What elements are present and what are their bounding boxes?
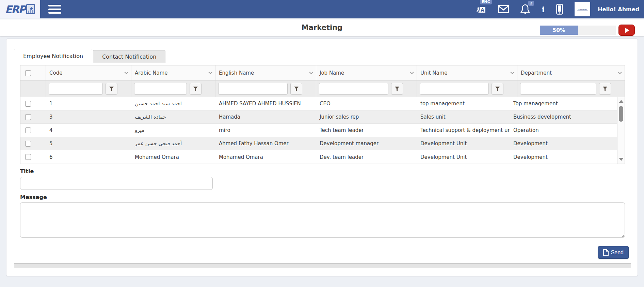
- cell-department: Operation: [510, 124, 617, 137]
- funnel-icon: [294, 87, 299, 91]
- cell-unit-name: top management: [417, 97, 510, 110]
- chevron-down-icon[interactable]: [309, 70, 313, 74]
- row-checkbox[interactable]: [25, 127, 31, 133]
- translate-icon: A: [476, 4, 486, 14]
- funnel-icon: [495, 87, 500, 91]
- cell-code: 5: [46, 137, 131, 150]
- tab-contact-notification[interactable]: Contact Notification: [93, 50, 165, 63]
- filter-button-arabic-name[interactable]: [190, 83, 202, 95]
- cell-department: Business development: [510, 110, 617, 123]
- notification-tabs: Employee Notification Contact Notificati…: [14, 50, 166, 63]
- table-row[interactable]: 3 حمادة الشريف Hamada Junior sales rep S…: [20, 110, 617, 124]
- column-header-english-name[interactable]: English Name: [215, 65, 316, 80]
- cell-english-name: miro: [215, 124, 316, 137]
- cell-english-name: AHMED SAYED AHMED HUSSIEN: [215, 97, 316, 110]
- grid-header-row: Code Arabic Name English Name Job Name U…: [20, 65, 625, 81]
- grid-vertical-scrollbar[interactable]: [617, 97, 625, 164]
- table-row[interactable]: 5 أحمد فتحى حسن عمر Ahmed Fathy Hassan O…: [20, 137, 617, 150]
- chevron-down-icon[interactable]: [410, 70, 414, 74]
- app-logo-text: ERP: [5, 3, 26, 16]
- scrollbar-thumb[interactable]: [619, 106, 623, 122]
- cell-department: Development: [510, 150, 617, 164]
- filter-input-job-name[interactable]: [319, 83, 388, 95]
- row-checkbox[interactable]: [25, 101, 31, 107]
- filter-input-arabic-name[interactable]: [134, 83, 187, 95]
- mobile-app-icon[interactable]: [556, 4, 563, 15]
- company-logo[interactable]: CLOUDSOFT: [575, 2, 590, 16]
- cell-arabic-name: ميرو: [131, 124, 215, 137]
- filter-button-code[interactable]: [106, 83, 117, 95]
- row-checkbox[interactable]: [25, 141, 31, 147]
- notification-count-badge: 2: [528, 1, 534, 6]
- progress-label: 50%: [552, 27, 565, 33]
- send-button[interactable]: Send: [598, 246, 629, 259]
- cell-english-name: Ahmed Fathy Hassan Omer: [215, 137, 316, 150]
- video-tutorial-button[interactable]: [618, 25, 635, 36]
- funnel-icon: [109, 87, 114, 91]
- cell-arabic-name: أحمد فتحى حسن عمر: [131, 137, 215, 150]
- table-row[interactable]: 1 احمد سيد احمد حسين AHMED SAYED AHMED H…: [20, 97, 617, 110]
- tab-employee-notification[interactable]: Employee Notification: [14, 49, 92, 63]
- filter-button-department[interactable]: [599, 83, 611, 95]
- info-icon[interactable]: i: [542, 5, 545, 14]
- cell-unit-name: Technical support & deployment unit: [417, 124, 510, 137]
- scroll-up-arrow[interactable]: [619, 100, 624, 103]
- cell-job-name: Tech team leader: [316, 124, 417, 137]
- chevron-down-icon[interactable]: [510, 70, 514, 74]
- cell-job-name: Junior sales rep: [316, 110, 417, 123]
- chevron-down-icon[interactable]: [618, 70, 622, 74]
- cell-department: Development: [510, 137, 617, 150]
- language-icon[interactable]: A ENG: [476, 4, 486, 14]
- app-logo-icon: +: [26, 4, 35, 14]
- cell-job-name: Dev. team leader: [316, 150, 417, 164]
- column-header-code[interactable]: Code: [46, 65, 131, 80]
- scroll-down-arrow[interactable]: [619, 158, 624, 161]
- messages-icon[interactable]: [498, 5, 509, 13]
- company-logo-text: CLOUDSOFT: [577, 8, 588, 11]
- notifications-icon[interactable]: 2: [520, 4, 530, 14]
- message-textarea[interactable]: [20, 202, 625, 238]
- column-header-unit-name[interactable]: Unit Name: [417, 65, 517, 80]
- filter-button-job-name[interactable]: [391, 83, 403, 95]
- filter-input-code[interactable]: [49, 83, 103, 95]
- row-checkbox[interactable]: [25, 114, 31, 120]
- column-header-arabic-name[interactable]: Arabic Name: [131, 65, 215, 80]
- chevron-down-icon[interactable]: [124, 70, 128, 74]
- progress-fill: 50%: [540, 26, 578, 35]
- filter-input-department[interactable]: [520, 83, 596, 95]
- app-logo[interactable]: ERP +: [0, 0, 40, 18]
- message-label: Message: [20, 194, 625, 200]
- column-header-job-name[interactable]: Job Name: [316, 65, 417, 80]
- cell-unit-name: Development Unit: [417, 137, 510, 150]
- funnel-icon: [193, 87, 198, 91]
- chevron-down-icon[interactable]: [208, 70, 212, 74]
- cell-code: 1: [46, 97, 131, 110]
- column-header-department[interactable]: Department: [517, 65, 625, 80]
- table-row[interactable]: 6 Mohamed Omara Mohamed Omara Dev. team …: [20, 150, 617, 164]
- progress-bar: 50%: [540, 26, 616, 35]
- filter-input-unit-name[interactable]: [420, 83, 489, 95]
- cell-arabic-name: احمد سيد احمد حسين: [131, 97, 215, 110]
- select-all-checkbox[interactable]: [25, 70, 31, 76]
- table-row[interactable]: 4 ميرو miro Tech team leader Technical s…: [20, 124, 617, 137]
- title-input[interactable]: [20, 177, 213, 190]
- row-checkbox[interactable]: [25, 154, 31, 160]
- filter-input-english-name[interactable]: [218, 83, 288, 95]
- cell-code: 3: [46, 110, 131, 123]
- grid-rows: 1 احمد سيد احمد حسين AHMED SAYED AHMED H…: [20, 97, 617, 164]
- employee-notification-content: Code Arabic Name English Name Job Name U…: [14, 63, 631, 263]
- employees-grid: Code Arabic Name English Name Job Name U…: [20, 65, 625, 164]
- menu-toggle-icon[interactable]: [48, 5, 61, 14]
- language-badge: ENG: [480, 0, 492, 4]
- grid-body: 1 احمد سيد احمد حسين AHMED SAYED AHMED H…: [20, 97, 625, 164]
- cell-arabic-name: حمادة الشريف: [131, 110, 215, 123]
- filter-button-english-name[interactable]: [290, 83, 302, 95]
- filter-button-unit-name[interactable]: [492, 83, 503, 95]
- cell-unit-name: Development Unit: [417, 150, 510, 164]
- grid-footer-strip: [14, 263, 631, 268]
- send-button-label: Send: [611, 250, 624, 256]
- cell-unit-name: Sales unit: [417, 110, 510, 123]
- cell-english-name: Mohamed Omara: [215, 150, 316, 164]
- document-icon: [603, 249, 609, 256]
- funnel-icon: [395, 87, 399, 91]
